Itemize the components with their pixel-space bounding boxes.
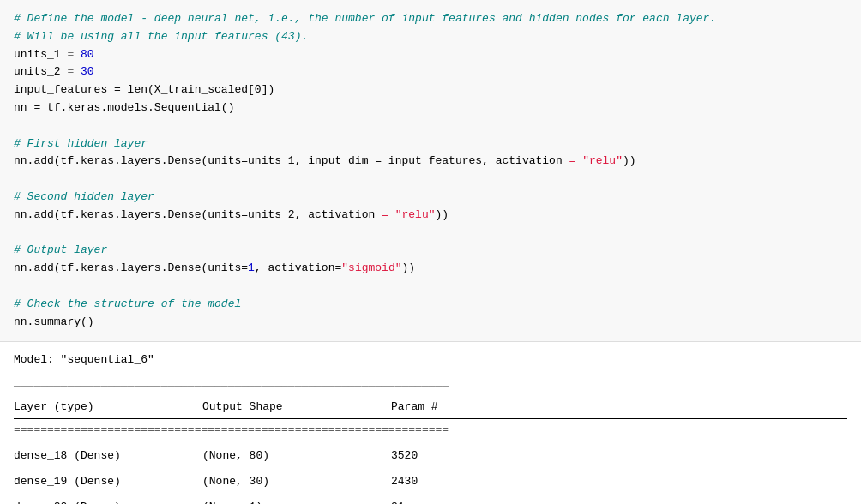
output-block: Model: "sequential_6" __________________… xyxy=(0,342,861,504)
comment-second: # Second hidden layer xyxy=(14,190,154,203)
row1-layer: dense_18 (Dense) xyxy=(14,447,202,465)
nn-add3-line: nn.add(tf.keras.layers.Dense(units=1, ac… xyxy=(14,261,415,274)
row1-output: (None, 80) xyxy=(202,447,391,465)
table-row-2: dense_19 (Dense) (None, 30) 2430 xyxy=(14,467,847,493)
nn-add2-line: nn.add(tf.keras.layers.Dense(units=units… xyxy=(14,208,449,221)
code-block: # Define the model - deep neural net, i.… xyxy=(0,0,861,342)
units1-line: units_1 = 80 xyxy=(14,48,94,61)
row3-output: (None, 1) xyxy=(202,498,391,504)
col-layer-header: Layer (type) xyxy=(14,398,202,417)
table-row-1: dense_18 (Dense) (None, 80) 3520 xyxy=(14,441,847,467)
units2-line: units_2 = 30 xyxy=(14,65,94,78)
row2-output: (None, 30) xyxy=(202,472,391,491)
comment-output: # Output layer xyxy=(14,243,107,256)
row3-layer: dense_20 (Dense) xyxy=(14,498,202,504)
model-name: Model: "sequential_6" xyxy=(14,351,847,369)
col-output-header: Output Shape xyxy=(202,398,391,417)
comment-line2: # Will be using all the input features (… xyxy=(14,30,308,43)
col-param-header: Param # xyxy=(391,398,477,417)
input-features-line: input_features = len(X_train_scaled[0]) xyxy=(14,83,274,96)
nn-summary-line: nn.summary() xyxy=(14,315,94,328)
nn-add1-line: nn.add(tf.keras.layers.Dense(units=units… xyxy=(14,154,636,167)
row2-param: 2430 xyxy=(391,472,477,491)
row3-param: 31 xyxy=(391,498,477,504)
row2-layer: dense_19 (Dense) xyxy=(14,472,202,491)
comment-line1: # Define the model - deep neural net, i.… xyxy=(14,12,716,25)
table-row-3: dense_20 (Dense) (None, 1) 31 xyxy=(14,493,847,504)
divider-eq-top: ========================================… xyxy=(14,421,847,440)
divider-top: ________________________________________… xyxy=(14,373,847,392)
table-header: Layer (type) Output Shape Param # xyxy=(14,396,847,419)
comment-check: # Check the structure of the model xyxy=(14,297,241,310)
nn-line: nn = tf.keras.models.Sequential() xyxy=(14,101,234,114)
row1-param: 3520 xyxy=(391,447,477,465)
comment-first: # First hidden layer xyxy=(14,137,148,150)
